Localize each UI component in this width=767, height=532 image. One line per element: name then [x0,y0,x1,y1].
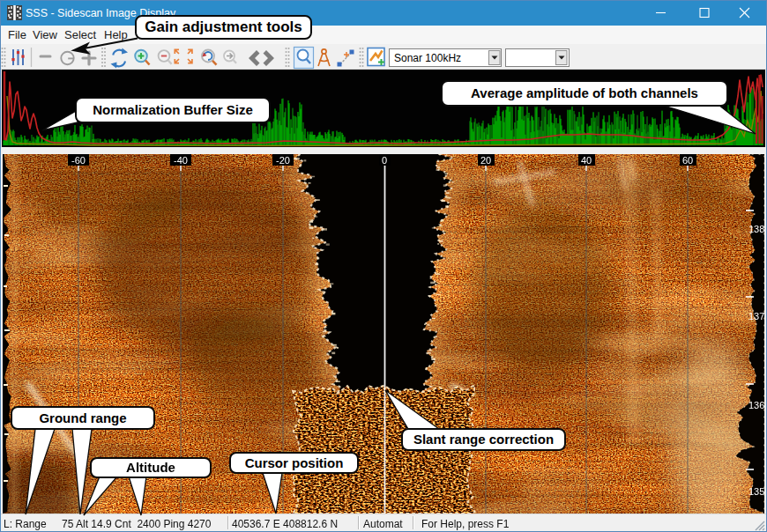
svg-text:136: 136 [748,400,764,410]
svg-text:137: 137 [748,311,764,321]
svg-text:Sonar 100kHz: Sonar 100kHz [394,52,461,64]
svg-text:-40: -40 [174,155,188,166]
svg-text:-60: -60 [71,155,86,166]
svg-text:20: 20 [480,155,491,166]
svg-text:-20: -20 [276,155,290,166]
svg-text:60: 60 [682,155,693,166]
svg-text:135: 135 [748,486,764,497]
svg-text:40: 40 [581,155,592,166]
svg-text:138: 138 [748,224,764,234]
svg-text:0: 0 [382,155,387,166]
